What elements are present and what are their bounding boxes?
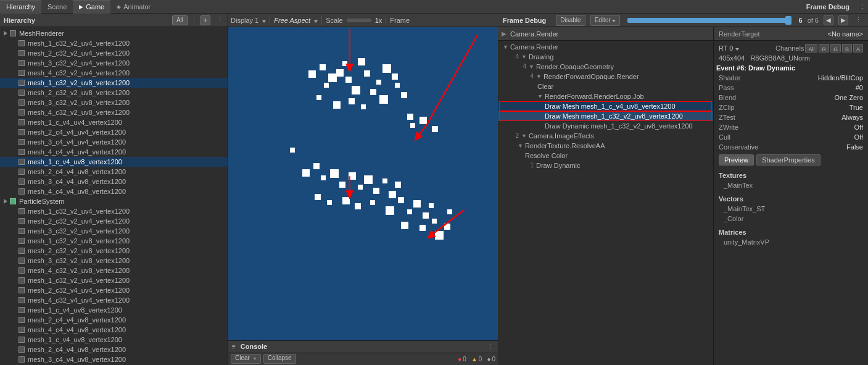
list-item[interactable]: mesh_4_c32_v4_uv4_vertex1200 — [0, 295, 228, 305]
hierarchy-panel: Hierarchy All + ⋮ MeshRenderer mesh_1_c3… — [0, 14, 228, 365]
list-item[interactable]: mesh_2_c4_v4_uv8_vertex1200 — [0, 345, 228, 355]
list-item[interactable]: mesh_2_c4_v4_uv8_vertex1200 — [0, 315, 228, 325]
list-item[interactable]: mesh_1_c_v4_uv8_vertex1200 — [0, 157, 228, 167]
hierarchy-tab-label: Hierarchy — [6, 0, 35, 14]
particle — [349, 172, 356, 180]
list-item[interactable]: mesh_2_c32_v2_uv4_vertex1200 — [0, 48, 228, 58]
tab-game[interactable]: ▶ Game — [73, 0, 110, 14]
rt-select[interactable]: RT 0 — [719, 43, 739, 53]
scene-tab-label: Scene — [48, 0, 67, 14]
tree-item[interactable]: 1 Draw Dynamic — [498, 161, 713, 170]
list-item[interactable]: mesh_3_c32_v2_uv8_vertex1200 — [0, 256, 228, 266]
list-item[interactable]: mesh_2_c4_v4_uv8_vertex1200 — [0, 167, 228, 177]
channel-b-button[interactable]: B — [842, 44, 852, 52]
list-item[interactable]: mesh_2_c4_v4_uv4_vertex1200 — [0, 127, 228, 137]
channel-a-button[interactable]: A — [853, 44, 863, 52]
list-item[interactable]: mesh_1_c32_v2_uv4_vertex1200 — [0, 38, 228, 48]
list-item[interactable]: mesh_4_c32_v2_uv8_vertex1200 — [0, 266, 228, 275]
channel-g-button[interactable]: G — [830, 44, 841, 52]
list-item[interactable]: mesh_3_c32_v2_uv4_vertex1200 — [0, 58, 228, 68]
animator-tab-label: Animator — [123, 0, 151, 14]
tree-arrow: ▼ — [521, 52, 527, 62]
tree-item[interactable]: Draw Mesh mesh_1_c32_v2_uv8_vertex1200 — [498, 111, 713, 121]
list-item[interactable]: mesh_4_c32_v2_uv4_vertex1200 — [0, 68, 228, 78]
list-item[interactable]: mesh_2_c32_v2_uv4_vertex1200 — [0, 216, 228, 226]
console-collapse-button[interactable]: Collapse — [263, 354, 296, 364]
disable-button[interactable]: Disable — [556, 15, 585, 26]
mesh-icon — [17, 49, 26, 57]
list-item[interactable]: mesh_3_c32_v2_uv4_vertex1200 — [0, 226, 228, 236]
tree-item[interactable]: 2 ▼ Camera.ImageEffects — [498, 131, 713, 141]
frame-next-button[interactable]: ▶ — [838, 15, 848, 25]
mesh-icon — [17, 246, 26, 255]
particle — [423, 212, 429, 219]
console-menu-button[interactable]: ⋮ — [486, 342, 494, 351]
console-clear-button[interactable]: Clear — [231, 354, 261, 364]
list-item[interactable]: mesh_1_c_v4_uv4_vertex1200 — [0, 117, 228, 127]
tree-arrow: ▼ — [503, 42, 508, 52]
channel-r-button[interactable]: R — [819, 44, 829, 52]
tree-item[interactable]: 4 ▼ RenderForwardOpaque.Render — [498, 72, 713, 82]
tree-item[interactable]: Draw Mesh mesh_1_c_v4_uv8_vertex1200 — [498, 101, 713, 111]
list-item[interactable]: mesh_1_c_v4_uv8_vertex1200 — [0, 305, 228, 315]
particle — [358, 185, 363, 190]
mesh-icon — [17, 108, 26, 117]
particle — [420, 117, 427, 124]
tab-frame-debug[interactable]: Frame Debug — [800, 0, 856, 14]
particle — [444, 224, 450, 230]
list-item[interactable]: mesh_3_c4_v4_uv4_vertex1200 — [0, 137, 228, 147]
list-item[interactable]: mesh_2_c32_v2_uv8_vertex1200 — [0, 246, 228, 256]
conservative-label: Conservative — [719, 142, 758, 152]
channels-all-button[interactable]: All — [805, 44, 817, 52]
hierarchy-all-button[interactable]: All — [172, 15, 188, 25]
list-item[interactable]: mesh_1_c32_v2_uv8_vertex1200 — [0, 236, 228, 246]
list-item[interactable]: mesh_1_c32_v2_uv4_vertex1200 — [0, 275, 228, 285]
tree-item[interactable]: 4 ▼ Drawing — [498, 52, 713, 62]
svg-line-2 — [427, 35, 477, 124]
particle — [395, 182, 401, 188]
frame-debug-options-button[interactable]: ⋮ — [853, 15, 863, 25]
scale-label: Scale — [326, 17, 343, 24]
shader-properties-tab[interactable]: ShaderProperties — [756, 154, 820, 166]
tree-item[interactable]: Clear — [498, 82, 713, 91]
tab-animator[interactable]: ◈ Animator — [110, 0, 157, 14]
tab-scene[interactable]: Scene — [41, 0, 73, 14]
list-item[interactable]: mesh_1_c32_v2_uv4_vertex1200 — [0, 206, 228, 216]
list-item[interactable]: mesh_3_c32_v2_uv8_vertex1200 — [0, 98, 228, 107]
hierarchy-menu-button[interactable]: ⋮ — [215, 16, 224, 25]
frame-progress-bar[interactable] — [627, 18, 792, 23]
list-item[interactable]: mesh_3_c4_v4_uv8_vertex1200 — [0, 355, 228, 364]
tree-item[interactable]: ▼ Camera.Render — [498, 42, 713, 52]
hierarchy-add-button[interactable]: + — [200, 15, 210, 25]
display-label: Display 1 — [231, 17, 258, 24]
right-section: Frame Debug Disable Editor 6 of 6 ◀ ▶ ⋮ — [498, 14, 868, 365]
list-item[interactable]: mesh_2_c32_v2_uv8_vertex1200 — [0, 88, 228, 98]
frame-prev-button[interactable]: ◀ — [824, 15, 833, 25]
tree-item[interactable]: 4 ▼ Render.OpaqueGeometry — [498, 62, 713, 72]
list-item[interactable]: mesh_4_c4_v4_uv8_vertex1200 — [0, 325, 228, 335]
tab-hierarchy[interactable]: Hierarchy — [0, 0, 41, 14]
mesh-icon — [17, 118, 26, 127]
tree-item[interactable]: ▼ RenderForward.RenderLoop.Job — [498, 91, 713, 101]
frame-debug-menu-btn[interactable]: ⋮ — [856, 0, 868, 14]
list-item[interactable]: MeshRenderer — [0, 28, 228, 38]
tree-item[interactable]: ▼ RenderTexture.ResolveAA — [498, 141, 713, 151]
list-item[interactable]: mesh_4_c4_v4_uv8_vertex1200 — [0, 187, 228, 196]
editor-button[interactable]: Editor — [590, 15, 620, 26]
list-item[interactable]: ParticleSystem — [0, 196, 228, 206]
list-item[interactable]: mesh_1_c_v4_uv8_vertex1200 — [0, 335, 228, 345]
particle — [342, 61, 347, 66]
console-title: Console — [241, 343, 267, 350]
list-item[interactable]: mesh_1_c32_v2_uv8_vertex1200 — [0, 78, 228, 88]
preview-tab[interactable]: Preview — [719, 154, 754, 166]
list-item[interactable]: mesh_2_c32_v4_uv4_vertex1200 — [0, 285, 228, 295]
tree-item[interactable]: Resolve Color — [498, 151, 713, 161]
mesh-icon — [17, 59, 26, 67]
mesh-icon — [17, 306, 26, 314]
list-item[interactable]: mesh_4_c32_v2_uv8_vertex1200 — [0, 107, 228, 117]
list-item[interactable]: mesh_4_c4_v4_uv4_vertex1200 — [0, 147, 228, 157]
center-panel: Display 1 Free Aspect Scale 1x Frame — [228, 14, 498, 365]
scale-slider[interactable] — [347, 19, 371, 22]
tree-item[interactable]: Draw Dynamic mesh_1_c32_v2_uv8_vertex120… — [498, 121, 713, 131]
list-item[interactable]: mesh_3_c4_v4_uv8_vertex1200 — [0, 177, 228, 187]
